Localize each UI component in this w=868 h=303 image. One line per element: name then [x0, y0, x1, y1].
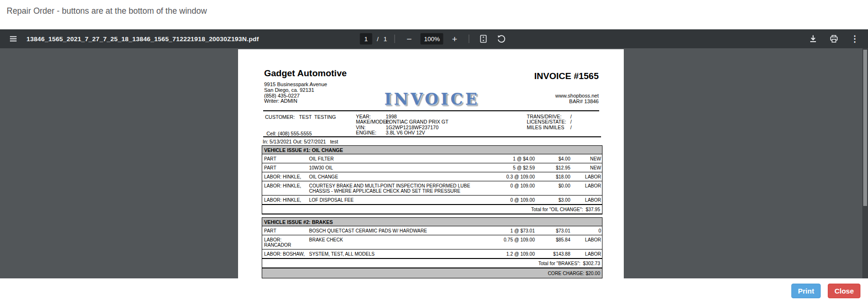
print-button[interactable]: Print [791, 284, 821, 298]
in-out-dates: In: 5/13/2021 Out: 5/27/2021 test [263, 139, 338, 144]
row-qty-price: 1.2 @ 109.00 [475, 251, 537, 257]
field-value: / [570, 114, 572, 119]
table-row: LABOR: BOSHAW, SYSTEM, TEST, ALL MODELS … [262, 249, 602, 258]
scrollbar-thumb[interactable] [863, 50, 867, 206]
page-number-input[interactable]: 1 [360, 33, 372, 45]
row-tag: LABOR [572, 251, 603, 257]
rotate-button[interactable] [495, 32, 508, 45]
print-icon-button[interactable] [827, 32, 841, 45]
row-type: LABOR: HINKLE, [262, 183, 307, 194]
vehicle-issue-section: VEHICLE ISSUE #1: OIL CHANGE PART OIL FI… [262, 145, 602, 214]
customer-label: CUSTOMER: [265, 114, 295, 120]
rotate-counterclockwise-icon [497, 34, 506, 44]
row-description: OIL CHANGE [307, 174, 475, 179]
customer-cell: Cell: (408) 555-5555 [266, 131, 312, 136]
shop-address-line2: San Diego, ca. 92131 [264, 88, 347, 93]
page-divider: / [377, 36, 379, 43]
row-type: LABOR: RANCADOR [262, 237, 307, 248]
pdf-filename: 13846_1565_2021_7_27_7_25_18_13846_1565_… [27, 36, 259, 43]
row-description: OIL FILTER [307, 156, 475, 161]
row-total: $4.00 [537, 156, 572, 161]
shop-info: Gadget Automotive 9915 Businesspark Aven… [264, 68, 347, 104]
customer-line: CUSTOMER:TEST TESTING [265, 114, 336, 120]
window-titlebar: Repair Order - buttons are at the bottom… [0, 0, 868, 29]
row-qty-price: 0.3 @ 109.00 [475, 174, 537, 179]
field-value: / [570, 119, 572, 125]
plus-icon: + [452, 35, 457, 44]
shop-writer: Writer: ADMIN [264, 98, 347, 104]
row-tag: LABOR [572, 237, 603, 248]
pdf-page: Gadget Automotive 9915 Businesspark Aven… [238, 49, 624, 278]
row-qty-price: 0 @ 109.00 [475, 197, 537, 203]
menu-icon[interactable] [7, 32, 20, 45]
row-total: $18.00 [537, 174, 572, 179]
fit-to-page-button[interactable] [477, 32, 490, 45]
repair-order-window: Repair Order - buttons are at the bottom… [0, 0, 868, 303]
more-options-button[interactable]: ⋮ [848, 32, 861, 45]
vertical-dots-icon: ⋮ [850, 35, 859, 43]
table-row: PART 10W30 OIL 5 @ $2.59 $12.95 NEW [262, 163, 602, 172]
row-description: LOF DISPOSAL FEE [307, 197, 475, 203]
section-total: Total for "BRAKES": $302.73 [262, 258, 602, 267]
customer-name: TEST TESTING [299, 114, 336, 120]
section-header: VEHICLE ISSUE #1: OIL CHANGE [262, 146, 602, 154]
row-qty-price: 0 @ 109.00 [475, 183, 537, 194]
row-type: PART [262, 228, 307, 233]
field-value: PONTIAC GRAND PRIX GT [386, 119, 448, 125]
header-divider [263, 110, 599, 111]
pdf-canvas[interactable]: Gadget Automotive 9915 Businesspark Aven… [0, 48, 868, 278]
bar-number: BAR# 13846 [534, 99, 599, 105]
table-row: LABOR: HINKLE, LOF DISPOSAL FEE 0 @ 109.… [262, 195, 602, 204]
table-row: PART BOSCH QUIETCAST CERAMIC PADS W/ HAR… [262, 226, 602, 235]
row-type: LABOR: HINKLE, [262, 174, 307, 179]
minus-icon: − [407, 35, 412, 44]
field-value: / [570, 125, 572, 130]
vehicle-fields: YEAR:1998 MAKE/MODEL:PONTIAC GRAND PRIX … [356, 114, 448, 136]
row-tag: NEW [572, 156, 603, 161]
row-tag: NEW [572, 165, 603, 170]
row-description: COURTESY BRAKE AND MULTI-POINT INSPECTIO… [307, 183, 475, 194]
download-icon [808, 34, 818, 44]
row-type: LABOR: HINKLE, [262, 197, 307, 203]
row-tag: 0 [572, 228, 603, 233]
close-button[interactable]: Close [828, 284, 860, 298]
row-tag: LABOR [572, 183, 603, 194]
zoom-out-button[interactable]: − [403, 32, 416, 45]
row-qty-price: 0.75 @ 109.00 [475, 237, 537, 248]
row-description: SYSTEM, TEST, ALL MODELS [307, 251, 475, 257]
printer-icon [829, 34, 839, 44]
field-value: 3.8L V6 OHV 12V [386, 130, 425, 135]
dialog-footer: Print Close [0, 278, 868, 303]
table-row: LABOR: RANCADOR BRAKE CHECK 0.75 @ 109.0… [262, 235, 602, 249]
download-button[interactable] [806, 32, 820, 45]
pdf-toolbar: 13846_1565_2021_7_27_7_25_18_13846_1565_… [0, 29, 868, 48]
shop-website: www.shopboss.net [534, 93, 599, 99]
invoice-header-right: INVOICE #1565 www.shopboss.net BAR# 1384… [534, 71, 599, 104]
row-tag: LABOR [572, 197, 603, 203]
hamburger-icon [9, 35, 18, 43]
field-value: 1G2WP1218WF237170 [386, 125, 438, 130]
row-description: BRAKE CHECK [307, 237, 475, 248]
row-type: PART [262, 165, 307, 170]
scrollbar-track[interactable] [862, 48, 868, 278]
row-description: 10W30 OIL [307, 165, 475, 170]
zoom-in-button[interactable]: + [448, 32, 461, 45]
invoice-logo: INVOICE [384, 90, 479, 108]
page-total: 1 [383, 36, 387, 43]
row-type: PART [262, 156, 307, 161]
zoom-level: 100% [421, 33, 443, 45]
window-title: Repair Order - buttons are at the bottom… [7, 6, 207, 16]
core-charge-row: CORE CHARGE: $20.00 [262, 267, 602, 278]
field-label: ENGINE: [356, 130, 386, 135]
row-total: $0.00 [537, 183, 572, 194]
shop-name: Gadget Automotive [264, 68, 347, 79]
toolbar-separator [395, 35, 395, 43]
row-total: $3.00 [537, 197, 572, 203]
field-label: MILES IN/MILES [527, 125, 570, 130]
toolbar-separator [469, 35, 469, 43]
row-total: $85.84 [537, 237, 572, 248]
row-total: $73.01 [537, 228, 572, 233]
table-row: LABOR: HINKLE, OIL CHANGE 0.3 @ 109.00 $… [262, 172, 602, 181]
section-total: Total for "OIL CHANGE": $37.95 [262, 204, 602, 214]
fit-to-page-icon [479, 34, 488, 44]
